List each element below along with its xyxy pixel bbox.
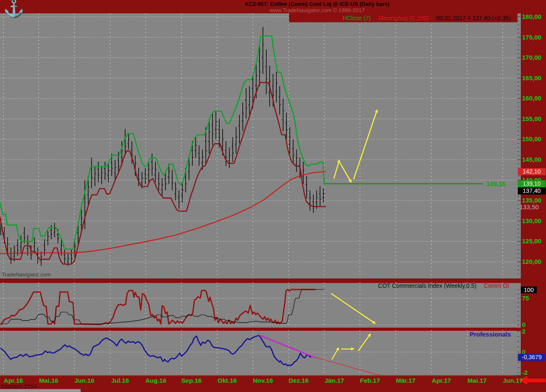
price-tick-label: 130,00: [522, 217, 541, 224]
price-tick-label: 180,00: [522, 13, 541, 20]
ownership-note: Eigentum ZYXA: [1, 384, 37, 389]
date-tick-label: Apr.17: [428, 377, 455, 384]
date-tick-label: Aug.16: [142, 377, 169, 384]
legend-hclose[interactable]: HClose (7): [343, 15, 372, 21]
indicator-legend: LClose (7) HClose (7) MovingAvg (C,200) …: [289, 13, 517, 22]
legend-movingavg[interactable]: MovingAvg (C,200): [378, 15, 430, 21]
price-tick-label: 165,00: [522, 74, 541, 82]
date-tick-label: Apr.16: [0, 377, 27, 384]
date-tick-label: Jän.17: [321, 377, 348, 384]
anchor-icon: ⚓: [3, 0, 24, 18]
registered-mark: ®: [160, 273, 164, 278]
date-tick-label: Sep.16: [178, 377, 205, 384]
price-box-last: 137,40: [518, 187, 546, 195]
cot-commercials-label[interactable]: COT Commercials Index (Weekly,0.5): [378, 282, 476, 289]
price-tick-label: 160,00: [522, 95, 541, 102]
date-tick-label: Okt.16: [214, 377, 241, 384]
chart-subtitle: www.TradeNavigator.com © 1999-2017: [88, 7, 546, 13]
cot-tick-label: 0: [522, 321, 525, 328]
title-bar: KC2-057: Coffee (Comb) Cont Liq @ ICE-US…: [0, 0, 546, 13]
professionals-label[interactable]: Professionals: [470, 331, 511, 338]
horizontal-line-price-label[interactable]: 139,10: [486, 180, 506, 187]
date-tick-label: Jul.16: [107, 377, 134, 384]
prof-tick-label: -2: [522, 369, 528, 376]
registered-mark: ®: [377, 273, 380, 278]
cot-value-box: 100: [521, 287, 537, 293]
price-tick-label: 125,00: [522, 237, 541, 245]
registered-mark: ®: [270, 273, 274, 278]
legend-lclose[interactable]: LClose (7): [308, 15, 336, 21]
date-tick-label: Feb.17: [357, 377, 383, 384]
cot-tick-label: 75: [522, 295, 529, 302]
price-tick-label: 175,00: [522, 34, 541, 41]
date-tick-label: Mär.17: [392, 377, 419, 384]
registered-mark: ®: [90, 273, 93, 278]
price-box-hclose: 139,10: [518, 180, 546, 187]
prof-tick-label: 2: [522, 328, 525, 335]
price-tick-label: 145,00: [522, 156, 541, 163]
chart-title: KC2-057: Coffee (Comb) Cont Liq @ ICE-US…: [88, 1, 546, 7]
professionals-value-box: -0,3679: [518, 354, 546, 361]
date-tick-label: Dez.16: [285, 377, 312, 384]
cot-panel-legend: COT Commercials Index (Weekly,0.5) Comm …: [378, 282, 509, 289]
price-tick-label: 155,00: [522, 115, 541, 122]
trade-navigator-window: KC2-057: Coffee (Comb) Cont Liq @ ICE-US…: [0, 0, 546, 392]
date-tick-label: Jun.16: [71, 377, 98, 384]
bottom-gray-strip: [0, 389, 81, 392]
date-tick-label: Mai.17: [464, 377, 491, 384]
legend-quote: 03.01.2017 = 137,40 (+0,35): [436, 15, 517, 21]
price-tick-label: 135,00: [522, 197, 541, 204]
price-tick-label: 120,00: [522, 258, 541, 265]
watermark-text: TradeNavigator.com: [2, 271, 51, 278]
date-tick-label: Mai.16: [35, 377, 62, 384]
price-label-lclose: 133,50: [520, 203, 539, 210]
price-tick-label: 170,00: [522, 54, 541, 61]
date-tick-label: Jun.17: [499, 377, 526, 384]
price-tick-label: 150,00: [522, 135, 541, 142]
date-tick-label: Nov.16: [249, 377, 276, 384]
chart-canvas[interactable]: [0, 0, 546, 392]
comm-oi-label[interactable]: Comm OI: [484, 282, 509, 289]
price-box-moving-avg: 142,10: [518, 168, 546, 175]
